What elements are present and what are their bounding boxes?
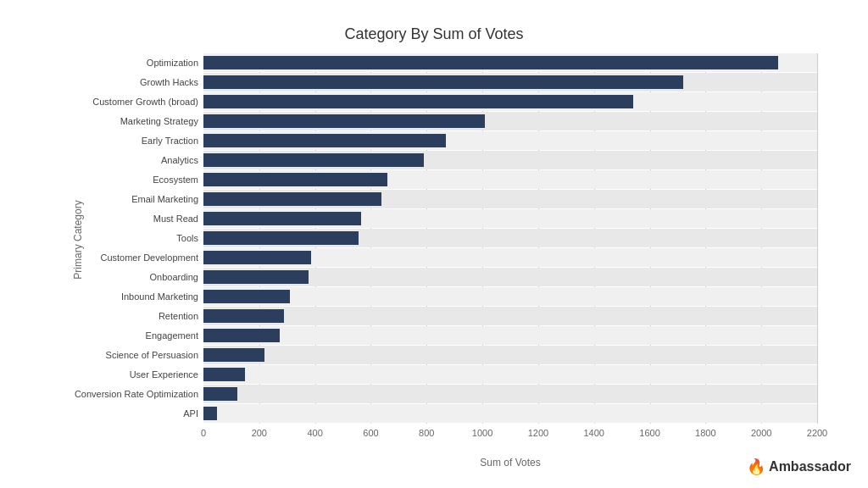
bar-row: Inbound Marketing	[203, 287, 817, 306]
bar	[203, 309, 284, 323]
category-label: Analytics	[50, 155, 198, 165]
bar	[203, 251, 311, 264]
category-label: Inbound Marketing	[50, 291, 198, 302]
ambassador-flame-icon: 🔥	[747, 458, 765, 476]
category-label: Must Read	[50, 214, 198, 224]
x-tick-label: 1400	[583, 428, 604, 438]
bar-row: Growth Hacks	[203, 73, 817, 92]
bar	[203, 407, 217, 420]
bar-row: User Experience	[203, 365, 817, 384]
bars-wrapper: OptimizationGrowth HacksCustomer Growth …	[203, 53, 817, 426]
x-tick-label: 1200	[528, 428, 548, 438]
bar	[203, 387, 237, 401]
bar-row: Email Marketing	[203, 190, 817, 208]
ambassador-text: Ambassador	[769, 459, 851, 474]
category-label: Retention	[50, 311, 198, 321]
bar-row: Ecosystem	[203, 170, 817, 189]
bar-row: Analytics	[203, 151, 817, 169]
x-tick-label: 1600	[639, 428, 659, 438]
chart-title: Category By Sum of Votes	[51, 25, 817, 43]
category-label: Growth Hacks	[50, 77, 198, 87]
bar-row: Optimization	[203, 53, 817, 72]
category-label: Ecosystem	[50, 175, 198, 185]
bar	[203, 348, 264, 362]
x-axis-ticks: 0200400600800100012001400160018002000220…	[203, 428, 817, 445]
bar	[203, 114, 485, 128]
bar	[203, 192, 381, 206]
bar	[203, 95, 633, 108]
category-label: Onboarding	[50, 272, 198, 282]
category-label: Optimization	[50, 58, 198, 68]
x-tick-label: 1000	[472, 428, 492, 438]
bar	[203, 153, 424, 167]
x-tick-label: 400	[307, 428, 322, 438]
bar	[203, 212, 361, 225]
bar-row: Conversion Rate Optimization	[203, 385, 817, 403]
category-label: Customer Growth (broad)	[50, 97, 198, 107]
bar	[203, 290, 290, 303]
category-label: API	[50, 408, 198, 419]
category-label: Customer Development	[50, 252, 198, 263]
x-tick-label: 1800	[695, 428, 715, 438]
bar-row: Marketing Strategy	[203, 112, 817, 130]
bar-row: Early Traction	[203, 131, 817, 150]
x-tick-label: 2200	[807, 428, 827, 438]
bar-row: Engagement	[203, 326, 817, 345]
bar-row: Onboarding	[203, 268, 817, 286]
x-axis-label: Sum of Votes	[480, 457, 540, 469]
bar	[203, 368, 245, 381]
bar	[203, 75, 683, 89]
bar-row: Customer Development	[203, 248, 817, 267]
chart-container: Category By Sum of Votes Primary Categor…	[0, 0, 868, 488]
x-tick-label: 0	[201, 428, 206, 438]
bar-row: Retention	[203, 307, 817, 325]
bar	[203, 231, 359, 245]
category-label: Early Traction	[50, 136, 198, 146]
bar	[203, 134, 446, 147]
bar-row: Customer Growth (broad)	[203, 92, 817, 111]
ambassador-logo: 🔥 Ambassador	[747, 458, 851, 476]
x-tick-label: 800	[419, 428, 434, 438]
category-label: Science of Persuasion	[50, 350, 198, 360]
category-label: Engagement	[50, 330, 198, 341]
bar	[203, 270, 309, 284]
x-tick-label: 600	[363, 428, 378, 438]
bar	[203, 173, 387, 186]
x-tick-label: 200	[252, 428, 267, 438]
bar	[203, 56, 778, 69]
category-label: Conversion Rate Optimization	[50, 389, 198, 399]
x-tick-label: 2000	[751, 428, 771, 438]
chart-area: Primary Category OptimizationGrowth Hack…	[203, 53, 817, 426]
category-label: Email Marketing	[50, 194, 198, 204]
bar-row: Tools	[203, 229, 817, 247]
bar-row: Science of Persuasion	[203, 346, 817, 364]
bar-row: API	[203, 404, 817, 423]
category-label: User Experience	[50, 369, 198, 380]
category-label: Tools	[50, 233, 198, 243]
category-label: Marketing Strategy	[50, 116, 198, 126]
bar-row: Must Read	[203, 209, 817, 228]
bar	[203, 329, 280, 342]
